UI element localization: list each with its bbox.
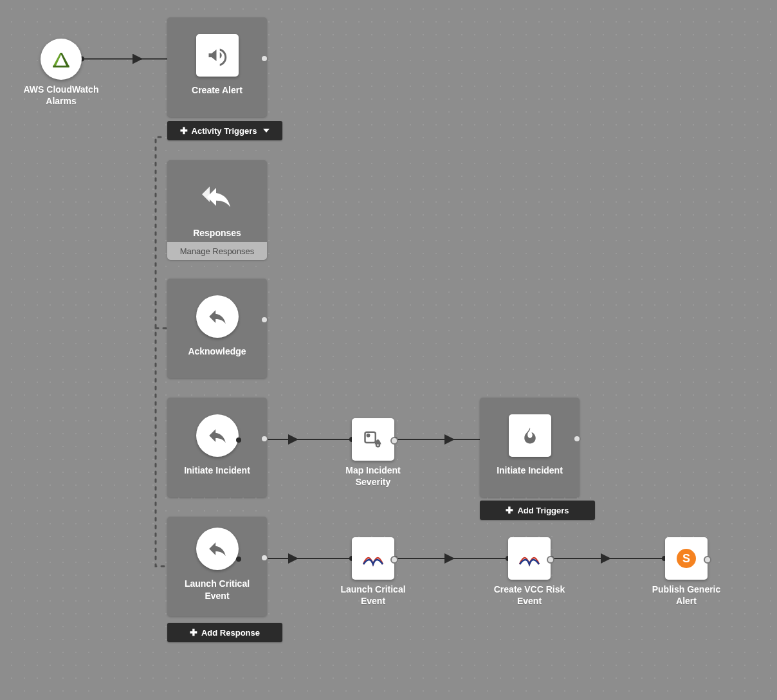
acknowledge-label: Acknowledge [184, 345, 250, 357]
aws-icon-circle [41, 39, 82, 80]
node-aws-cloudwatch[interactable] [41, 39, 82, 80]
activity-triggers-button[interactable]: ✚ Activity Triggers [167, 121, 282, 140]
svg-point-25 [367, 434, 370, 437]
node-map-severity[interactable] [352, 418, 394, 461]
map-severity-icon [363, 430, 383, 449]
svg-rect-23 [53, 66, 69, 68]
replies-icon [196, 177, 239, 219]
s-circle-icon: S [677, 549, 696, 568]
node-acknowledge[interactable]: Acknowledge [167, 279, 267, 378]
svg-rect-24 [365, 432, 376, 443]
wave-icon [362, 550, 384, 567]
node-aws-label: AWS CloudWatch Alarms [16, 84, 106, 107]
initiate-incident-1-label: Initiate Incident [180, 465, 254, 476]
add-triggers-button[interactable]: ✚ Add Triggers [480, 501, 595, 520]
launch-critical-1-label: Launch Critical Event [167, 578, 267, 601]
node-publish-alert[interactable]: S [665, 537, 708, 580]
flow-canvas[interactable]: AWS CloudWatch Alarms Create Alert ✚ Act… [0, 0, 777, 700]
megaphone-icon [196, 34, 239, 77]
reply-icon [196, 414, 239, 457]
create-alert-label: Create Alert [188, 84, 246, 96]
node-initiate-incident-1[interactable]: Initiate Incident [167, 398, 267, 497]
node-create-vcc[interactable] [508, 537, 551, 580]
node-launch-critical-2[interactable] [352, 537, 394, 580]
launch-critical-2-label: Launch Critical Event [328, 584, 418, 607]
manage-responses-button[interactable]: Manage Responses [167, 242, 267, 260]
add-triggers-label: Add Triggers [517, 506, 569, 515]
plus-icon: ✚ [506, 505, 513, 515]
svg-point-26 [376, 443, 379, 447]
node-launch-critical-1[interactable]: Launch Critical Event [167, 517, 267, 616]
node-initiate-incident-2[interactable]: Initiate Incident [480, 398, 580, 497]
add-response-label: Add Response [201, 628, 260, 638]
create-vcc-label: Create VCC Risk Event [484, 584, 574, 607]
add-response-button[interactable]: ✚ Add Response [167, 623, 282, 642]
initiate-incident-2-label: Initiate Incident [493, 465, 567, 476]
wave-icon [518, 550, 540, 567]
cloudwatch-icon [50, 48, 72, 70]
publish-alert-label: Publish Generic Alert [641, 584, 731, 607]
fire-icon [509, 414, 551, 457]
activity-triggers-label: Activity Triggers [192, 126, 257, 136]
node-create-alert[interactable]: Create Alert [167, 17, 267, 117]
reply-icon [196, 295, 239, 338]
plus-icon: ✚ [190, 627, 197, 638]
reply-icon [196, 528, 239, 570]
responses-title: Responses [189, 227, 245, 239]
map-severity-label: Map Incident Severity [328, 465, 418, 488]
plus-icon: ✚ [180, 125, 188, 136]
chevron-down-icon [263, 129, 270, 133]
node-responses[interactable]: Responses Manage Responses [167, 160, 267, 260]
